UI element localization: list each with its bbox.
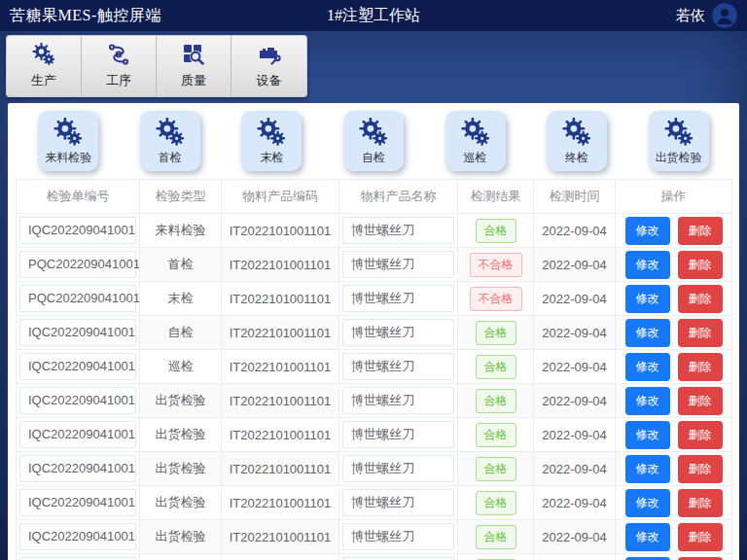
material-name-value: 博世螺丝刀 [342, 489, 454, 516]
result-badge: 合格 [476, 321, 516, 345]
actions-cell: 修改删除 [616, 214, 732, 248]
delete-button[interactable]: 删除 [678, 421, 723, 449]
material-code-cell: IT2022101001101 [222, 248, 339, 282]
material-name-value: 博世螺丝刀 [342, 217, 454, 244]
column-header: 物料产品编码 [222, 180, 339, 214]
date-cell: 2022-09-04 [534, 520, 616, 554]
delete-button[interactable]: 删除 [678, 319, 723, 347]
material-name-value: 博世螺丝刀 [342, 251, 454, 278]
date-cell: 2022-09-04 [534, 316, 616, 350]
order-no-value: IQC202209041001 [19, 353, 136, 380]
tab-出货检验[interactable]: 出货检验 [649, 111, 709, 171]
order-no-cell: IQC202209041001 [17, 486, 140, 520]
gears-icon [31, 43, 56, 66]
inspection-type-cell: 自检 [140, 316, 222, 350]
table-row: IQC202209041001出货检验IT2022101001101博世螺丝刀合… [17, 418, 732, 452]
delete-button[interactable]: 删除 [678, 285, 723, 313]
date-cell: 2022-09-04 [534, 486, 616, 520]
column-header: 物料产品名称 [339, 180, 458, 214]
edit-button[interactable]: 修改 [625, 319, 670, 347]
result-cell: 合格 [458, 554, 534, 560]
column-header: 操作 [616, 180, 732, 214]
date-cell: 2022-09-04 [534, 248, 616, 282]
result-badge: 合格 [476, 219, 516, 243]
delete-button[interactable]: 删除 [678, 353, 723, 381]
edit-button[interactable]: 修改 [625, 489, 670, 517]
date-cell: 2022-09-04 [534, 384, 616, 418]
tab-首检[interactable]: 首检 [140, 111, 200, 171]
tab-label: 首检 [159, 150, 182, 166]
toolbar-item-process[interactable]: 工序 [82, 36, 157, 96]
delete-button[interactable]: 删除 [678, 489, 723, 517]
order-no-value: IQC202209041001 [19, 455, 136, 482]
table-header-row: 检验单编号检验类型物料产品编码物料产品名称检测结果检测时间操作 [17, 180, 732, 214]
material-code-cell: IT2022101001101 [222, 282, 339, 316]
result-badge: 合格 [476, 389, 516, 413]
inspection-type-cell: 来料检验 [140, 214, 222, 248]
order-no-value: IQC202209041001 [19, 523, 136, 550]
inspection-type-cell: 首检 [140, 248, 222, 282]
gears-icon [359, 118, 388, 147]
column-header: 检测时间 [534, 180, 616, 214]
tab-自检[interactable]: 自检 [343, 111, 404, 171]
toolbar-item-quality[interactable]: 质量 [157, 36, 231, 96]
result-badge: 合格 [476, 355, 516, 379]
edit-button[interactable]: 修改 [625, 421, 670, 449]
station-title: 1#注塑工作站 [0, 6, 747, 26]
toolbar-item-production[interactable]: 生产 [7, 36, 82, 96]
actions-cell: 修改删除 [616, 282, 732, 316]
result-cell: 合格 [458, 452, 534, 486]
user-menu[interactable]: 若依 [676, 3, 737, 28]
delete-button[interactable]: 删除 [678, 455, 723, 483]
delete-button[interactable]: 删除 [678, 251, 723, 279]
table-row: IQC202209041001出货检验IT2022101001101博世螺丝刀合… [17, 384, 732, 418]
edit-button[interactable]: 修改 [625, 353, 670, 381]
material-code-cell: IT2022101001101 [222, 214, 339, 248]
avatar[interactable] [712, 3, 737, 28]
date-cell: 2022-09-04 [534, 554, 616, 560]
edit-button[interactable]: 修改 [625, 455, 670, 483]
edit-button[interactable]: 修改 [625, 285, 670, 313]
tab-来料检验[interactable]: 来料检验 [38, 111, 98, 171]
edit-button[interactable]: 修改 [625, 523, 670, 551]
order-no-cell: IQC202209041001 [17, 418, 140, 452]
gears-icon [562, 118, 591, 147]
edit-button[interactable]: 修改 [625, 387, 670, 415]
edit-button[interactable]: 修改 [625, 217, 670, 245]
edit-button[interactable]: 修改 [625, 251, 670, 279]
table-row: IQC202209041001出货检验IT2022101001101博世螺丝刀合… [17, 554, 732, 560]
actions-cell: 修改删除 [616, 316, 732, 350]
material-name-cell: 博世螺丝刀 [339, 248, 458, 282]
table-row: IQC202209041001出货检验IT2022101001101博世螺丝刀合… [17, 486, 732, 520]
actions-cell: 修改删除 [616, 486, 732, 520]
tab-巡检[interactable]: 巡检 [445, 111, 506, 171]
material-name-cell: 博世螺丝刀 [339, 418, 458, 452]
toolbar-item-equipment[interactable]: 设备 [231, 36, 306, 96]
result-cell: 合格 [458, 316, 534, 350]
gears-icon [53, 118, 83, 147]
order-no-cell: PQC202209041001 [17, 282, 140, 316]
inspection-type-cell: 出货检验 [140, 418, 222, 452]
delete-button[interactable]: 删除 [678, 523, 723, 551]
table-row: IQC202209041001出货检验IT2022101001101博世螺丝刀合… [17, 452, 732, 486]
edit-button[interactable]: 修改 [625, 557, 670, 560]
inspection-type-cell: 出货检验 [140, 452, 222, 486]
inspection-type-cell: 出货检验 [140, 520, 222, 554]
delete-button[interactable]: 删除 [678, 387, 723, 415]
material-name-value: 博世螺丝刀 [342, 319, 454, 346]
inspection-type-cell: 巡检 [140, 350, 222, 384]
delete-button[interactable]: 删除 [678, 217, 723, 245]
column-header: 检测结果 [458, 180, 534, 214]
material-name-value: 博世螺丝刀 [342, 455, 454, 482]
toolbar-item-label: 设备 [257, 72, 282, 89]
result-cell: 合格 [458, 350, 534, 384]
actions-cell: 修改删除 [616, 248, 732, 282]
delete-button[interactable]: 删除 [678, 557, 723, 560]
material-name-value: 博世螺丝刀 [342, 353, 454, 380]
tab-终检[interactable]: 终检 [547, 111, 607, 171]
order-no-cell: PQC202209041001 [17, 248, 140, 282]
result-cell: 不合格 [458, 282, 534, 316]
tab-末检[interactable]: 末检 [241, 111, 302, 171]
result-badge: 合格 [476, 491, 516, 515]
tab-label: 末检 [260, 150, 283, 166]
